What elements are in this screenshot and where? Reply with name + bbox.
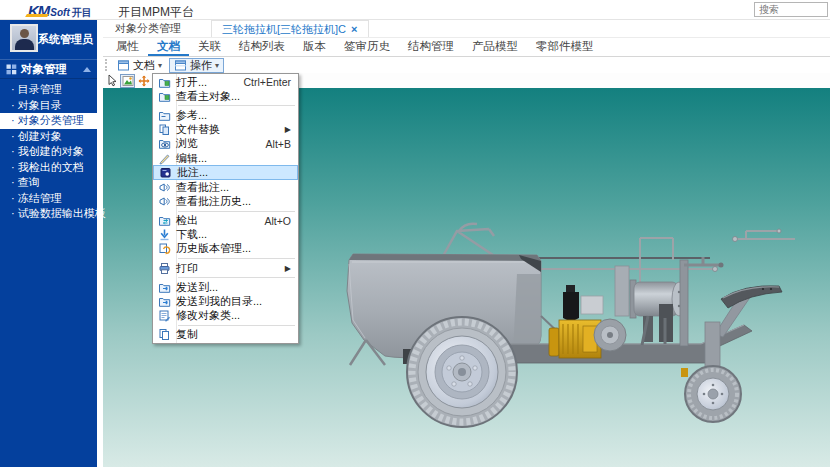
operation-icon (174, 59, 187, 72)
sidebar-item-7[interactable]: ·冻结管理 (0, 191, 97, 207)
dropdown-arrow-icon: ▾ (158, 61, 162, 70)
sidebar-item-label: 我创建的对象 (18, 145, 84, 157)
menu-item-annotate[interactable]: 批注... (153, 165, 298, 180)
bullet-icon: · (11, 176, 15, 188)
download-arrow-icon-slot (153, 228, 176, 241)
dropdown-arrow-icon: ▾ (215, 61, 219, 70)
sidebar-item-4[interactable]: ·我创建的对象 (0, 144, 97, 160)
menu-item-file-replace[interactable]: 文件替换▶ (153, 123, 298, 137)
horn-icon-slot (153, 195, 176, 208)
move-cross-icon (138, 75, 150, 87)
menu-item-send-to[interactable]: 发送到... (153, 280, 298, 294)
tab-object-classification[interactable]: 对象分类管理 (105, 20, 191, 37)
bullet-icon: · (11, 161, 15, 173)
tab-label: 对象分类管理 (115, 22, 181, 34)
subtab-approval-history[interactable]: 签审历史 (335, 38, 399, 56)
pan-tool[interactable] (136, 74, 151, 88)
menu-item-copy[interactable]: 复制 (153, 328, 298, 342)
menu-item-edit[interactable]: 编辑... (153, 151, 298, 165)
top-header: KMSoft开目 开目MPM平台 (0, 0, 830, 20)
menu-separator (178, 211, 295, 212)
app-title: 开目MPM平台 (118, 4, 194, 21)
menu-item-modify-object-class[interactable]: 修改对象类... (153, 309, 298, 323)
menu-separator (178, 105, 295, 106)
menu-item-label: 打印 (176, 261, 198, 276)
collapse-arrow-icon (83, 67, 91, 72)
grid-icon (6, 64, 17, 75)
menu-item-download[interactable]: 下载... (153, 228, 298, 242)
select-cursor-tool[interactable] (104, 74, 119, 88)
pencil-icon-slot (153, 152, 176, 165)
menu-item-view-master-object[interactable]: 查看主对象... (153, 89, 298, 103)
copy-pages-icon (158, 328, 171, 341)
document-icon (117, 59, 130, 72)
menu-item-label: 发送到... (176, 280, 218, 295)
subtab-bar: 属性文档关联结构列表版本签审历史结构管理产品模型零部件模型 (103, 38, 830, 57)
menu-item-label: 查看主对象... (176, 89, 240, 104)
document-toolbar: 文档 ▾ 操作 ▾ (103, 57, 830, 73)
send-folder-icon-slot (153, 295, 176, 308)
bullet-icon: · (11, 192, 15, 204)
sidebar-item-5[interactable]: ·我检出的文档 (0, 160, 97, 176)
sidebar-item-3[interactable]: ·创建对象 (0, 129, 97, 145)
sidebar-item-label: 目录管理 (18, 83, 62, 95)
menu-shortcut: Alt+B (266, 138, 298, 150)
annotate-note-icon-slot (154, 166, 177, 179)
bullet-icon: · (11, 207, 15, 219)
subtab-part-model[interactable]: 零部件模型 (527, 38, 603, 56)
menu-item-reference[interactable]: 参考... (153, 108, 298, 122)
fit-view-icon (122, 75, 134, 87)
menu-item-print[interactable]: 打印▶ (153, 261, 298, 275)
sidebar-item-6[interactable]: ·查询 (0, 175, 97, 191)
menu-separator (178, 277, 295, 278)
user-avatar (10, 24, 38, 52)
menu-item-browse[interactable]: 浏览Alt+B (153, 137, 298, 151)
bullet-icon: · (11, 83, 15, 95)
subtab-structure-list[interactable]: 结构列表 (230, 38, 294, 56)
sidebar-item-8[interactable]: ·试验数据输出模板 (0, 206, 97, 222)
menu-item-label: 打开... (176, 75, 207, 90)
document-menu-button[interactable]: 文档 ▾ (112, 58, 167, 73)
open-folder-icon-slot (153, 76, 176, 89)
toolbar-grip (105, 59, 109, 71)
tab-three-wheel-tractor[interactable]: 三轮拖拉机[三轮拖拉机]C× (211, 20, 369, 37)
menu-item-send-to-my-folder[interactable]: 发送到我的目录... (153, 294, 298, 308)
annotate-note-icon (159, 166, 172, 179)
fit-view-tool[interactable] (120, 74, 135, 88)
menu-item-label: 查看批注... (176, 180, 229, 195)
subtab-product-model[interactable]: 产品模型 (463, 38, 527, 56)
menu-item-label: 参考... (176, 108, 207, 123)
folder-icon (158, 109, 171, 122)
menu-item-open[interactable]: 打开...Ctrl+Enter (153, 75, 298, 89)
subtab-documents[interactable]: 文档 (148, 38, 189, 56)
open-folder-icon-slot (153, 90, 176, 103)
printer-icon-slot (153, 262, 176, 275)
subtab-properties[interactable]: 属性 (107, 38, 148, 56)
menu-item-history-version[interactable]: 历史版本管理... (153, 242, 298, 256)
search-input[interactable] (754, 2, 828, 17)
sidebar-item-label: 对象目录 (18, 99, 62, 111)
menu-item-check-out[interactable]: 检出Alt+O (153, 214, 298, 228)
sidebar-group-object-management[interactable]: 对象管理 (0, 59, 97, 79)
menu-item-view-annotation-history[interactable]: 查看批注历史... (153, 194, 298, 208)
application-window: KMSoft开目 开目MPM平台 系统管理员 对象管理 ·目录管理·对象目录·对… (0, 0, 830, 467)
user-name: 系统管理员 (38, 32, 93, 47)
subtab-relations[interactable]: 关联 (189, 38, 230, 56)
subtab-structure-management[interactable]: 结构管理 (399, 38, 463, 56)
sidebar-item-label: 创建对象 (18, 130, 62, 142)
sidebar-item-1[interactable]: ·对象目录 (0, 98, 97, 114)
operation-menu-button[interactable]: 操作 ▾ (169, 58, 224, 73)
folder-icon-slot (153, 109, 176, 122)
tab-close-icon[interactable]: × (351, 23, 357, 35)
logo-km-icon: KM (28, 2, 49, 19)
open-folder-icon (158, 76, 171, 89)
send-folder-icon (158, 281, 171, 294)
sidebar-item-0[interactable]: ·目录管理 (0, 82, 97, 98)
horn-icon (158, 195, 171, 208)
menu-item-view-annotation[interactable]: 查看批注... (153, 180, 298, 194)
subtab-versions[interactable]: 版本 (294, 38, 335, 56)
menu-separator (178, 258, 295, 259)
horn-icon-slot (153, 181, 176, 194)
sidebar-item-2[interactable]: ·对象分类管理 (0, 113, 97, 129)
download-arrow-icon (158, 228, 171, 241)
